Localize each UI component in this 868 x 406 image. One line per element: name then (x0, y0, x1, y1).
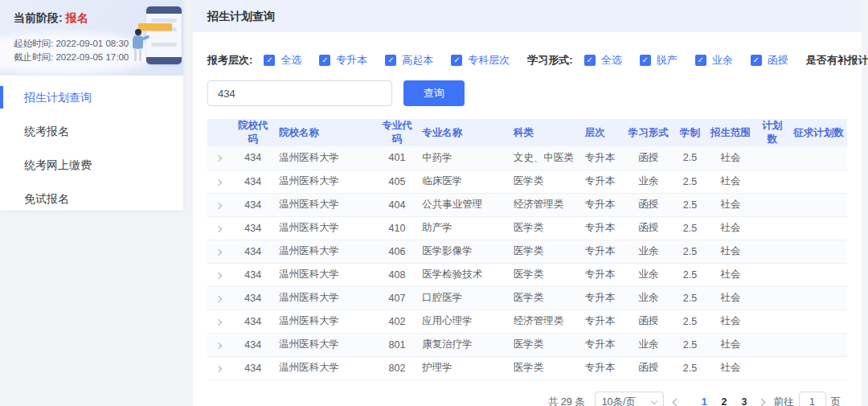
next-page-button[interactable] (759, 396, 764, 406)
study-form-option-0[interactable]: ✓全选 (584, 53, 622, 68)
table-row: 434温州医科大学407口腔医学医学类专升本业余2.5社会 (207, 286, 847, 310)
cell-plan-count (754, 170, 790, 193)
study-form-checkbox-group: ✓全选✓脱产✓业余✓函授 (584, 53, 806, 68)
expand-row-icon[interactable] (215, 225, 222, 232)
cell-level: 专升本 (582, 170, 624, 193)
cell-category: 医学类 (510, 170, 582, 193)
expand-row-icon[interactable] (215, 272, 222, 278)
cell-request-plan-count (790, 310, 847, 333)
expand-row-icon[interactable] (215, 248, 222, 255)
page-number-1[interactable]: 1 (700, 396, 709, 406)
cell-category: 医学类 (510, 216, 582, 240)
cell-category: 医学类 (510, 286, 582, 310)
cell-scope: 社会 (707, 216, 755, 240)
cell-study-form: 业余 (624, 333, 673, 356)
cell-school-name: 温州医科大学 (276, 193, 375, 216)
sidebar-item-0[interactable]: 招生计划查询 (0, 80, 183, 114)
sidebar-item-3[interactable]: 免试报名 (0, 182, 183, 215)
checkbox-checked-icon: ✓ (451, 55, 462, 66)
page-number-2[interactable]: 2 (720, 396, 729, 406)
prev-page-button[interactable] (674, 396, 679, 406)
cell-major-code: 406 (375, 240, 420, 263)
level-option-0[interactable]: ✓全选 (264, 53, 301, 68)
cell-school-code: 434 (230, 240, 276, 263)
cell-level: 专升本 (582, 193, 624, 216)
page-numbers: 123 (689, 396, 749, 406)
level-option-label: 全选 (280, 53, 301, 68)
cell-duration: 2.5 (673, 146, 707, 170)
cell-plan-count (754, 333, 790, 356)
cell-level: 专升本 (582, 356, 624, 379)
cell-major-code: 408 (375, 263, 420, 286)
cell-duration: 2.5 (673, 286, 707, 310)
cell-level: 专升本 (582, 216, 624, 240)
stage-label: 当前阶段: (14, 11, 63, 24)
level-filter-label: 报考层次: (207, 53, 252, 68)
level-option-2[interactable]: ✓高起本 (385, 53, 433, 68)
expand-row-icon[interactable] (215, 365, 222, 371)
cell-study-form: 函授 (624, 216, 673, 240)
column-header-plan-count: 计划数 (754, 119, 790, 146)
checkbox-checked-icon: ✓ (640, 55, 651, 66)
table-row: 434温州医科大学406医学影像学医学类专升本业余2.5社会 (207, 240, 847, 263)
study-form-option-label: 业余 (712, 53, 733, 68)
cell-category: 文史、中医类 (510, 146, 582, 170)
checkbox-checked-icon: ✓ (319, 55, 330, 66)
chevron-right-icon (757, 399, 765, 406)
sidebar-item-2[interactable]: 统考网上缴费 (0, 148, 183, 182)
expand-row-icon[interactable] (215, 318, 222, 325)
expand-row-icon[interactable] (215, 342, 222, 348)
cell-plan-count (754, 193, 790, 216)
cell-request-plan-count (790, 216, 847, 240)
cell-school-name: 温州医科大学 (276, 216, 375, 240)
cell-school-code: 434 (230, 286, 276, 310)
level-option-3[interactable]: ✓专科层次 (451, 53, 510, 68)
expand-row-icon[interactable] (215, 178, 222, 185)
expand-row-icon[interactable] (215, 155, 222, 162)
app-window: 当前阶段:报名 起始时间: 2022-09-01 08:30 截止时间: 202… (0, 0, 868, 406)
cell-plan-count (754, 216, 790, 240)
cell-school-name: 温州医科大学 (276, 286, 375, 310)
level-option-label: 专科层次 (468, 53, 510, 68)
row-expand-cell (207, 240, 230, 263)
expand-row-icon[interactable] (215, 202, 222, 208)
study-form-option-3[interactable]: ✓函授 (751, 53, 788, 68)
cell-major-name: 助产学 (419, 216, 510, 240)
page-size-select[interactable]: 10条/页 (595, 392, 664, 406)
row-expand-cell (207, 170, 230, 193)
study-form-option-1[interactable]: ✓脱产 (640, 53, 678, 68)
row-expand-cell (207, 263, 230, 286)
sidebar-header: 当前阶段:报名 起始时间: 2022-09-01 08:30 截止时间: 202… (0, 0, 183, 76)
search-row: 查询 (207, 80, 847, 106)
cell-scope: 社会 (707, 310, 755, 333)
total-count: 共 29 条 (548, 396, 585, 406)
page-size-value: 10条/页 (602, 396, 636, 406)
query-button[interactable]: 查询 (403, 80, 465, 106)
cell-category: 医学类 (510, 240, 582, 263)
expand-row-icon[interactable] (215, 295, 222, 301)
cell-category: 医学类 (510, 356, 582, 379)
cell-plan-count (754, 286, 790, 310)
cell-major-name: 应用心理学 (419, 310, 510, 333)
cell-major-code: 404 (375, 193, 420, 216)
search-input[interactable] (207, 80, 392, 106)
filter-row: 报考层次: ✓全选✓专升本✓高起本✓专科层次 学习形式: ✓全选✓脱产✓业余✓函… (207, 53, 847, 68)
sidebar-item-1[interactable]: 统考报名 (0, 114, 183, 148)
chevron-down-icon (650, 397, 657, 404)
cell-school-name: 温州医科大学 (276, 333, 375, 356)
supplement-filter-label: 是否有补报计划: (806, 53, 868, 68)
goto-page-input[interactable] (799, 392, 826, 406)
page-number-3[interactable]: 3 (740, 396, 749, 406)
cell-plan-count (754, 263, 790, 286)
level-option-1[interactable]: ✓专升本 (319, 53, 367, 68)
cell-study-form: 业余 (624, 263, 673, 286)
cell-school-code: 434 (230, 333, 276, 356)
main-panel: 招生计划查询 报考层次: ✓全选✓专升本✓高起本✓专科层次 学习形式: ✓全选✓… (193, 0, 862, 406)
cell-duration: 2.5 (673, 310, 707, 333)
study-form-option-2[interactable]: ✓业余 (695, 53, 733, 68)
cell-major-name: 中药学 (419, 146, 510, 170)
cell-major-name: 康复治疗学 (419, 333, 510, 356)
cell-school-code: 434 (230, 170, 276, 193)
plans-table: 院校代码院校名称专业代码专业名称科类层次学习形式学制招生范围计划数征求计划数 4… (207, 119, 847, 380)
start-time-row: 起始时间: 2022-09-01 08:30 (14, 37, 183, 51)
